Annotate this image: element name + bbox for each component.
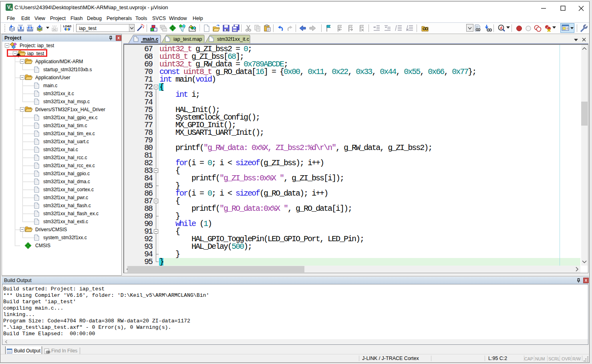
svg-text:5: 5 bbox=[10, 7, 12, 11]
svg-text:LOAD: LOAD bbox=[63, 24, 71, 28]
svg-text:d: d bbox=[500, 25, 502, 30]
